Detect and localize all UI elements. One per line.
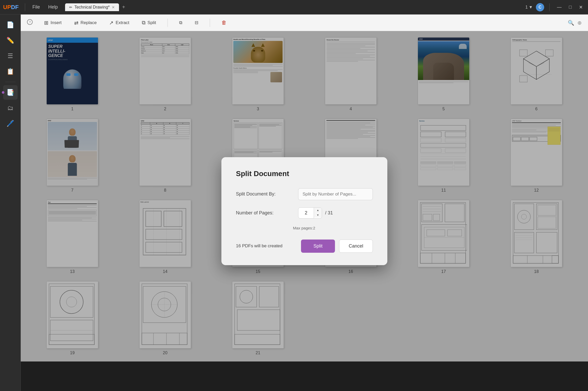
- toolbar: ? ⊞ Insert ⇄ Replace ↗ Extract ⧉ Split ⧉: [21, 15, 588, 31]
- split-button[interactable]: ⧉ Split: [139, 18, 159, 27]
- cancel-button[interactable]: Cancel: [339, 240, 373, 253]
- insert-icon: ⊞: [44, 20, 48, 26]
- sidebar-item-convert[interactable]: 📋: [3, 64, 18, 79]
- page-indicator[interactable]: 1 ▼: [525, 5, 533, 10]
- sidebar-item-stamp[interactable]: 🗂: [3, 101, 18, 115]
- toolbar-separator-2: [210, 19, 210, 27]
- pages-down-arrow[interactable]: ▼: [314, 213, 322, 218]
- replace-icon: ⇄: [74, 20, 79, 26]
- extract-button[interactable]: ↗ Extract: [106, 18, 132, 27]
- zoom-out-button[interactable]: 🔍: [568, 20, 574, 26]
- sidebar-item-organize[interactable]: ☰: [3, 49, 18, 63]
- dialog-title: Split Document: [236, 170, 373, 178]
- new-tab-button[interactable]: +: [120, 3, 127, 11]
- num-pages-row: Number of Pages: 2 ▲ ▼ / 31: [236, 207, 373, 219]
- split-icon: ⧉: [142, 20, 145, 26]
- pages-container: 2 ▲ ▼ / 31: [298, 207, 373, 219]
- replace-label: Replace: [81, 20, 97, 25]
- num-pages-label: Number of Pages:: [236, 210, 293, 216]
- arrange-button-2[interactable]: ⊟: [192, 18, 201, 27]
- titlebar-right: 1 ▼ C — □ ✕: [525, 3, 585, 11]
- content-area-wrapper: UPDF SUPER INTELLI- GENCE AI & ARTIFICIA…: [21, 31, 588, 391]
- user-avatar[interactable]: C: [536, 3, 544, 11]
- dialog-footer: 16 PDFs will be created Split Cancel: [236, 240, 373, 253]
- tab-area: ✏ Technical Drawing* ✕ +: [65, 3, 127, 11]
- toolbar-right: 🔍 ⊕: [568, 20, 582, 26]
- split-label: Split: [148, 20, 156, 25]
- extract-label: Extract: [116, 20, 129, 25]
- sidebar-separator-1: [5, 82, 16, 82]
- tab-close-button[interactable]: ✕: [112, 5, 115, 9]
- titlebar-separator-2: [549, 3, 550, 11]
- delete-button[interactable]: 🗑: [218, 18, 230, 27]
- tab-title: Technical Drawing*: [74, 5, 110, 10]
- help-button[interactable]: ?: [27, 19, 33, 26]
- sidebar-item-reader[interactable]: 📄: [3, 18, 18, 32]
- file-menu[interactable]: File: [29, 3, 43, 11]
- minimize-button[interactable]: —: [555, 3, 564, 11]
- dialog-overlay: Split Document Split Document By: Number…: [21, 31, 588, 391]
- close-button[interactable]: ✕: [577, 3, 585, 11]
- insert-button[interactable]: ⊞ Insert: [41, 18, 65, 27]
- arrange-icon-2: ⊟: [195, 20, 198, 25]
- pages-spinner[interactable]: 2 ▲ ▼: [298, 207, 322, 219]
- maximize-button[interactable]: □: [567, 3, 574, 11]
- pages-total: / 31: [325, 210, 333, 216]
- pages-arrows: ▲ ▼: [314, 208, 322, 218]
- tab-technical-drawing[interactable]: ✏ Technical Drawing* ✕: [65, 3, 119, 11]
- replace-button[interactable]: ⇄ Replace: [71, 18, 100, 27]
- max-pages-text: Max pages:2: [293, 226, 373, 230]
- tab-edit-icon: ✏: [69, 5, 72, 9]
- help-menu[interactable]: Help: [45, 3, 61, 11]
- split-by-label: Split Document By:: [236, 191, 293, 197]
- insert-label: Insert: [51, 20, 62, 25]
- svg-text:?: ?: [29, 20, 31, 24]
- arrange-icon-1: ⧉: [179, 20, 182, 25]
- app-logo: UPDF: [3, 4, 19, 11]
- main-area: 📄 ✏️ ☰ 📋 📑 🗂 🖊️ ? ⊞ Insert ⇄: [0, 15, 588, 391]
- delete-icon: 🗑: [221, 20, 227, 26]
- pdfs-created-info: 16 PDFs will be created: [236, 243, 283, 249]
- zoom-in-button[interactable]: ⊕: [577, 20, 582, 26]
- sidebar-item-sign[interactable]: 🖊️: [3, 116, 18, 131]
- sidebar-item-pages[interactable]: 📑: [3, 85, 18, 100]
- pages-value: 2: [298, 208, 314, 218]
- split-by-input[interactable]: [298, 188, 373, 200]
- pages-up-arrow[interactable]: ▲: [314, 208, 322, 213]
- split-confirm-button[interactable]: Split: [301, 240, 335, 253]
- extract-icon: ↗: [109, 20, 114, 26]
- titlebar: UPDF File Help ✏ Technical Drawing* ✕ + …: [0, 0, 588, 15]
- sidebar: 📄 ✏️ ☰ 📋 📑 🗂 🖊️: [0, 15, 21, 391]
- sidebar-item-annotate[interactable]: ✏️: [3, 33, 18, 48]
- split-by-row: Split Document By:: [236, 188, 373, 200]
- arrange-button-1[interactable]: ⧉: [176, 19, 185, 27]
- split-document-dialog: Split Document Split Document By: Number…: [221, 157, 387, 265]
- titlebar-separator: [25, 3, 25, 11]
- right-area: ? ⊞ Insert ⇄ Replace ↗ Extract ⧉ Split ⧉: [21, 15, 588, 391]
- active-indicator: [2, 91, 4, 94]
- dialog-buttons: Split Cancel: [301, 240, 373, 253]
- toolbar-separator-1: [167, 19, 168, 27]
